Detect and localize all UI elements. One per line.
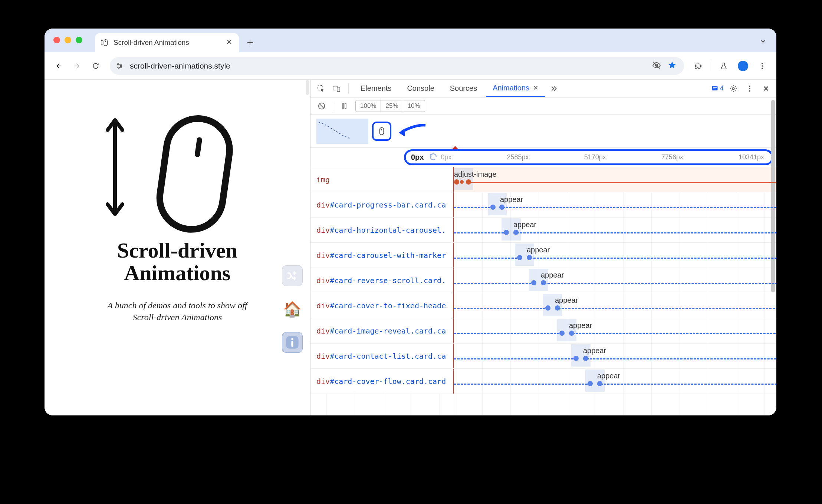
keyframe-start-icon[interactable]	[559, 331, 565, 336]
keyframe-start-icon[interactable]	[545, 305, 550, 311]
site-settings-icon[interactable]	[114, 60, 125, 72]
close-icon[interactable]	[533, 84, 538, 92]
window-zoom-button[interactable]	[76, 37, 82, 43]
animation-row[interactable]: div#card-contact-list.card.caappear	[310, 344, 776, 369]
keyframe-start-icon[interactable]	[490, 205, 496, 210]
svg-rect-28	[380, 127, 384, 135]
playback-speed-group: 100% 25% 10%	[355, 100, 425, 112]
inspect-element-icon[interactable]	[314, 82, 328, 95]
keyframe-mid-icon[interactable]	[460, 180, 464, 184]
animation-name-label: appear	[541, 271, 564, 279]
nav-back-button[interactable]	[50, 58, 67, 74]
animation-row[interactable]: div#card-cover-flow.card.cardappear	[310, 369, 776, 394]
keyframe-end-icon[interactable]	[583, 356, 588, 361]
keyframe-end-icon[interactable]	[597, 381, 602, 386]
browser-tab[interactable]: Scroll-driven Animations	[95, 33, 239, 52]
clear-icon[interactable]	[315, 99, 328, 113]
rewind-icon[interactable]	[429, 152, 438, 163]
nav-forward-button[interactable]	[69, 58, 85, 74]
svg-rect-14	[291, 341, 293, 347]
animation-row[interactable]: div#card-progress-bar.card.caappear	[310, 192, 776, 218]
shuffle-button[interactable]	[282, 265, 303, 286]
keyframe-start-icon[interactable]	[504, 230, 509, 235]
keyframe-start-icon[interactable]	[573, 356, 579, 361]
devtools-close-icon[interactable]	[759, 82, 773, 95]
devtools-tab-console[interactable]: Console	[400, 80, 441, 97]
window-minimize-button[interactable]	[65, 37, 71, 43]
issues-badge[interactable]: 4	[711, 84, 724, 92]
animation-track[interactable]: appear	[454, 268, 776, 293]
devtools-tab-sources[interactable]: Sources	[443, 80, 484, 97]
devtools-menu-icon[interactable]	[743, 82, 756, 95]
pause-icon[interactable]	[338, 99, 351, 113]
keyframe-end-icon[interactable]	[527, 255, 532, 260]
settings-gear-icon[interactable]	[727, 82, 740, 95]
svg-rect-27	[345, 103, 346, 108]
labs-flask-icon[interactable]	[716, 58, 732, 74]
animation-trail-line	[597, 384, 776, 385]
devtools-tab-elements[interactable]: Elements	[354, 80, 398, 97]
animation-track[interactable]: appear	[454, 369, 776, 394]
animation-name-label: appear	[500, 195, 523, 204]
animation-track[interactable]: appear	[454, 344, 776, 368]
animation-list[interactable]: imgadjust-imagediv#card-progress-bar.car…	[310, 167, 776, 415]
animation-track[interactable]: appear	[454, 293, 776, 318]
keyframe-end-icon[interactable]	[499, 205, 504, 210]
ruler-tick-0: 0px	[441, 153, 451, 161]
tab-close-icon[interactable]	[226, 39, 234, 47]
speed-100-button[interactable]: 100%	[355, 100, 381, 112]
more-tabs-icon[interactable]	[547, 82, 560, 95]
keyframe-end-icon[interactable]	[513, 230, 519, 235]
new-tab-button[interactable]	[244, 37, 256, 49]
tab-overflow-button[interactable]	[757, 35, 769, 47]
scroll-driven-badge[interactable]	[372, 122, 391, 141]
omnibox[interactable]: scroll-driven-animations.style	[110, 57, 684, 75]
ruler-tick-1: 2585px	[507, 153, 529, 161]
tracking-blocked-icon[interactable]	[652, 61, 661, 71]
device-toolbar-icon[interactable]	[330, 82, 343, 95]
browser-menu-icon[interactable]	[754, 58, 770, 74]
ruler-current-position: 0px	[411, 153, 424, 162]
animation-row[interactable]: imgadjust-image	[310, 167, 776, 192]
window-close-button[interactable]	[53, 37, 60, 43]
profile-avatar[interactable]	[735, 58, 751, 74]
extensions-icon[interactable]	[690, 58, 706, 74]
info-button[interactable]	[282, 332, 303, 353]
page-title-line1: Scroll-driven	[117, 238, 237, 262]
animation-lead-line	[454, 232, 504, 233]
keyframe-start-icon[interactable]	[454, 179, 459, 185]
animation-row[interactable]: div#card-cover-to-fixed-headeappear	[310, 293, 776, 318]
speed-25-button[interactable]: 25%	[381, 100, 403, 112]
keyframe-start-icon[interactable]	[517, 255, 522, 260]
speed-10-button[interactable]: 10%	[403, 100, 425, 112]
animation-selector: div#card-carousel-with-marker	[310, 243, 454, 268]
keyframe-start-icon[interactable]	[531, 280, 536, 285]
home-button[interactable]: 🏠	[282, 299, 303, 319]
keyframe-end-icon[interactable]	[555, 305, 560, 311]
devtools-tab-animations[interactable]: Animations	[486, 80, 545, 97]
animation-name-label: appear	[555, 296, 578, 305]
issues-count: 4	[720, 84, 724, 92]
nav-reload-button[interactable]	[88, 58, 104, 74]
animation-row[interactable]: div#card-horizontal-carousel.appear	[310, 218, 776, 243]
svg-point-8	[762, 67, 763, 69]
keyframe-end-icon[interactable]	[569, 331, 574, 336]
animation-row[interactable]: div#card-carousel-with-markerappear	[310, 243, 776, 268]
page-viewport[interactable]: Scroll-driven Animations A bunch of demo…	[45, 80, 310, 415]
animation-track[interactable]: adjust-image	[454, 167, 776, 192]
ruler-tick-3: 7756px	[661, 153, 683, 161]
animation-track[interactable]: appear	[454, 243, 776, 268]
animation-track[interactable]: appear	[454, 318, 776, 343]
animation-row[interactable]: div#card-reverse-scroll.card.appear	[310, 268, 776, 293]
animation-trail-line	[541, 283, 776, 284]
animation-track[interactable]: appear	[454, 192, 776, 217]
keyframe-end-icon[interactable]	[466, 179, 471, 185]
svg-point-24	[749, 90, 750, 92]
animation-track[interactable]: appear	[454, 218, 776, 242]
keyframe-start-icon[interactable]	[588, 381, 593, 386]
keyframe-end-icon[interactable]	[541, 280, 546, 285]
animation-row[interactable]: div#card-image-reveal.card.caappear	[310, 318, 776, 344]
animation-thumbnail[interactable]	[316, 119, 368, 144]
bookmark-star-icon[interactable]	[668, 61, 677, 71]
devtools-panel: Elements Console Sources Animations 4	[310, 80, 776, 415]
